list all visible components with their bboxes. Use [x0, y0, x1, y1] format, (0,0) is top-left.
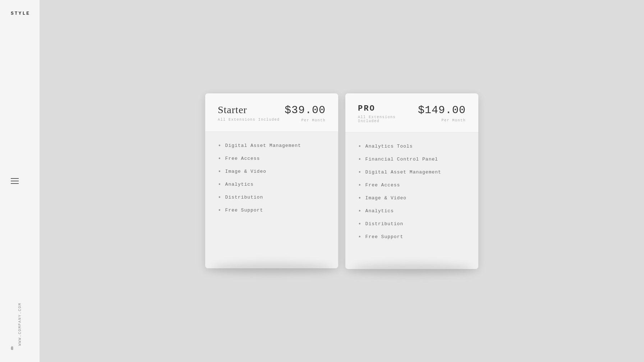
starter-feature-list: Digital Asset Management Free Access Ima… [218, 143, 326, 214]
menu-icon[interactable] [11, 178, 19, 184]
list-item: Image & Video [218, 168, 326, 175]
sidebar: STYLE WWW.COMPANY.COM 8 [0, 0, 40, 362]
list-item: Image & Video [358, 195, 466, 201]
starter-title: Starter [218, 104, 280, 116]
pro-title: PRO [358, 104, 418, 113]
list-item: Digital Asset Management [218, 143, 326, 149]
pro-price-label: Per Month [441, 119, 466, 122]
starter-title-section: Starter All Extensions Included [218, 104, 280, 122]
starter-features: Digital Asset Management Free Access Ima… [205, 132, 338, 268]
pro-title-section: PRO All Extensions Included [358, 104, 418, 123]
pro-card-shadow [352, 264, 472, 274]
list-item: Digital Asset Management [358, 169, 466, 176]
pro-card-header: PRO All Extensions Included $149.00 Per … [345, 93, 478, 133]
list-item: Free Access [218, 156, 326, 162]
pro-card-wrapper: PRO All Extensions Included $149.00 Per … [345, 93, 478, 269]
list-item: Analytics [358, 208, 466, 214]
main-content: Starter All Extensions Included $39.00 P… [40, 0, 644, 362]
list-item: Free Support [358, 234, 466, 240]
list-item: Analytics [218, 181, 326, 188]
starter-card: Starter All Extensions Included $39.00 P… [205, 93, 338, 268]
starter-card-wrapper: Starter All Extensions Included $39.00 P… [205, 93, 338, 268]
starter-card-header: Starter All Extensions Included $39.00 P… [205, 93, 338, 132]
starter-price-section: $39.00 Per Month [285, 104, 326, 122]
app-logo: STYLE [11, 11, 30, 16]
pro-features: Analytics Tools Financial Control Panel … [345, 133, 478, 269]
pro-feature-list: Analytics Tools Financial Control Panel … [358, 143, 466, 240]
list-item: Free Support [218, 207, 326, 214]
list-item: Analytics Tools [358, 143, 466, 150]
company-url: WWW.COMPANY.COM [18, 302, 22, 345]
pro-price: $149.00 [418, 104, 466, 116]
list-item: Distribution [218, 194, 326, 201]
list-item: Free Access [358, 182, 466, 189]
starter-price: $39.00 [285, 104, 326, 116]
pro-card: PRO All Extensions Included $149.00 Per … [345, 93, 478, 269]
starter-subtitle: All Extensions Included [218, 118, 280, 122]
list-item: Distribution [358, 221, 466, 227]
pricing-cards-container: Starter All Extensions Included $39.00 P… [205, 93, 478, 269]
page-number: 8 [11, 346, 13, 351]
pro-price-section: $149.00 Per Month [418, 104, 466, 122]
starter-price-label: Per Month [301, 119, 326, 122]
list-item: Financial Control Panel [358, 156, 466, 163]
pro-subtitle: All Extensions Included [358, 115, 418, 123]
starter-card-shadow [212, 263, 332, 274]
